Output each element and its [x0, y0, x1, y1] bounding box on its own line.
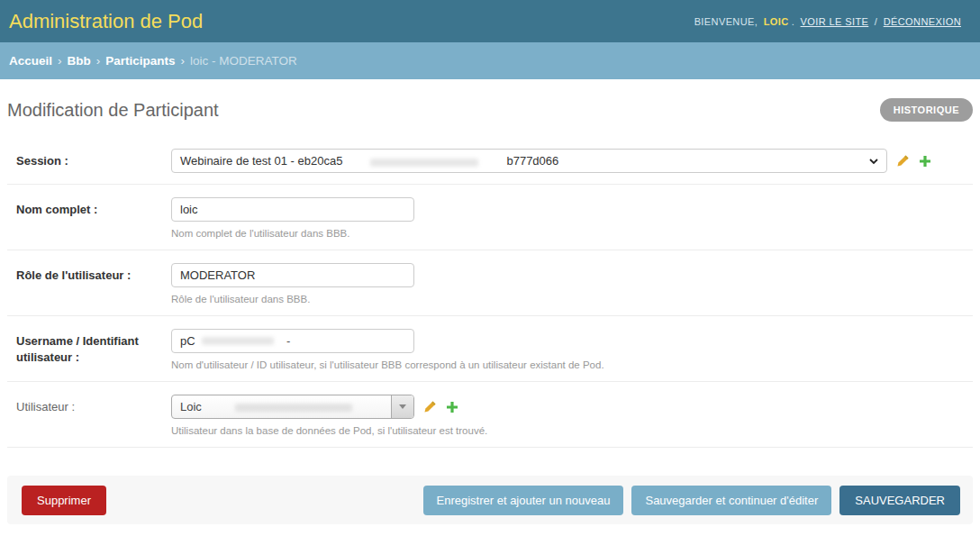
submit-row: Supprimer Enregistrer et ajouter un nouv…	[7, 476, 973, 524]
pencil-icon	[896, 154, 910, 168]
breadcrumb-separator: ›	[96, 54, 101, 68]
plus-icon	[919, 155, 931, 168]
nom-complet-help: Nom complet de l'utilisateur dans BBB.	[171, 228, 414, 239]
history-button[interactable]: HISTORIQUE	[880, 98, 973, 122]
utilisateur-value: Loic	[172, 395, 391, 418]
pencil-icon	[423, 400, 437, 413]
form-row-session: Session : Webinaire de test 01 - eb20ca5…	[7, 136, 973, 185]
form-row-role: Rôle de l'utilisateur : Rôle de l'utilis…	[7, 250, 973, 316]
page-title: Modification de Participant	[7, 100, 219, 121]
session-value-part1: Webinaire de test 01 - eb20ca5	[180, 154, 342, 168]
role-help: Rôle de l'utilisateur dans BBB.	[171, 294, 414, 304]
nom-complet-input[interactable]	[171, 197, 414, 222]
participant-form: Session : Webinaire de test 01 - eb20ca5…	[7, 136, 973, 448]
form-row-utilisateur: Utilisateur : Loic	[7, 382, 973, 448]
page-title-row: Modification de Participant HISTORIQUE	[7, 98, 973, 122]
breadcrumb-current: loic - MODERATOR	[190, 54, 297, 68]
save-button[interactable]: SAUVEGARDER	[839, 486, 960, 515]
breadcrumb-home[interactable]: Accueil	[9, 54, 52, 68]
breadcrumb-separator: ›	[58, 54, 62, 68]
slash-separator: /	[875, 16, 877, 27]
save-add-another-button[interactable]: Enregistrer et ajouter un nouveau	[423, 486, 624, 515]
breadcrumb-separator: ›	[181, 54, 186, 68]
welcome-text: BIENVENUE,	[694, 16, 758, 27]
plus-icon	[446, 401, 458, 413]
view-site-link[interactable]: VOIR LE SITE	[801, 16, 869, 27]
username-help: Nom d'utilisateur / ID utilisateur, si l…	[171, 359, 604, 370]
session-value-part2: b777d066	[506, 154, 558, 168]
dot-text: .	[792, 16, 794, 27]
caret-down-icon	[399, 404, 406, 409]
user-tools: BIENVENUE, LOIC. VOIR LE SITE / DÉCONNEX…	[694, 16, 964, 27]
session-label: Session :	[7, 149, 171, 169]
form-row-username: Username / Identifiant utilisateur : - N…	[7, 316, 973, 382]
app-title: Administration de Pod	[9, 10, 203, 33]
add-session-button[interactable]	[919, 155, 931, 168]
breadcrumb: Accueil › Bbb › Participants › loic - MO…	[0, 42, 980, 79]
breadcrumb-participants[interactable]: Participants	[105, 54, 175, 68]
save-buttons-group: Enregistrer et ajouter un nouveau Sauveg…	[423, 486, 961, 515]
username-input[interactable]	[171, 329, 414, 353]
current-username: LOIC	[764, 16, 789, 27]
edit-session-button[interactable]	[896, 154, 910, 168]
app-header: Administration de Pod BIENVENUE, LOIC. V…	[0, 0, 980, 42]
role-input[interactable]	[171, 263, 414, 287]
nom-complet-label: Nom complet :	[7, 197, 171, 218]
select-dropdown-button[interactable]	[391, 395, 413, 418]
session-select[interactable]: Webinaire de test 01 - eb20ca5 b777d066	[171, 149, 887, 173]
logout-link[interactable]: DÉCONNEXION	[884, 16, 961, 27]
redacted-text	[342, 156, 506, 167]
save-continue-button[interactable]: Sauvegarder et continuer d'éditer	[631, 486, 831, 515]
breadcrumb-bbb[interactable]: Bbb	[68, 54, 91, 68]
chevron-down-icon	[868, 156, 879, 169]
delete-button[interactable]: Supprimer	[22, 486, 106, 515]
add-utilisateur-button[interactable]	[446, 401, 458, 413]
edit-utilisateur-button[interactable]	[423, 400, 437, 413]
utilisateur-help: Utilisateur dans la base de données de P…	[171, 425, 487, 436]
utilisateur-label: Utilisateur :	[7, 395, 171, 415]
utilisateur-select[interactable]: Loic	[171, 395, 414, 419]
form-row-nom-complet: Nom complet : Nom complet de l'utilisate…	[7, 185, 973, 250]
username-label: Username / Identifiant utilisateur :	[7, 329, 171, 365]
role-label: Rôle de l'utilisateur :	[7, 263, 171, 284]
